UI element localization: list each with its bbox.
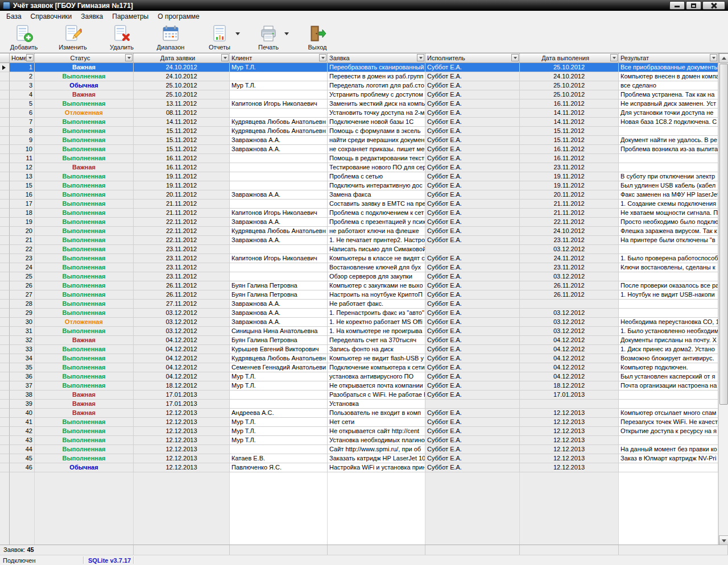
table-row[interactable]: 23Выполненная23.11.2012Капитонов Игорь Н…: [0, 254, 728, 263]
table-row[interactable]: 10Выполненная15.11.2012Завражнова А.А.не…: [0, 145, 728, 154]
table-row[interactable]: 40Важная12.12.2013Андреева А.С.Пользоват…: [0, 409, 728, 418]
filter-button-result[interactable]: [710, 54, 717, 61]
column-header-request-date[interactable]: Дата заявки: [134, 53, 230, 63]
filter-button-number[interactable]: [26, 54, 34, 61]
table-row[interactable]: 5Выполненная13.11.2012Капитонов Игорь Ни…: [0, 99, 728, 109]
scroll-up-button[interactable]: [719, 53, 728, 63]
table-row[interactable]: 15Выполненная19.11.2012Подключить интера…: [0, 181, 728, 190]
table-row[interactable]: 13Выполненная19.11.2012Проблема с сетьюС…: [0, 172, 728, 181]
menu-item-references[interactable]: Справочники: [26, 11, 77, 22]
cell-result: Проблема устранена. Так как на: [619, 90, 718, 99]
menu-item-parameters[interactable]: Параметры: [107, 11, 153, 22]
table-row[interactable]: 20Выполненная22.11.2012Кудрявцева Любовь…: [0, 227, 728, 236]
table-row[interactable]: 31Выполненная03.12.2012Синицына Нина Ана…: [0, 327, 728, 336]
table-row[interactable]: 39Важная17.01.2013Установка: [0, 400, 728, 409]
table-row[interactable]: 42Выполненная12.12.2013Мур Т.Л.Не открыв…: [0, 427, 728, 436]
cell-completion-date: 24.10.2012: [520, 72, 619, 81]
filter-button-status[interactable]: [125, 54, 133, 61]
cell-completion-date: 03.12.2012: [520, 327, 619, 336]
filter-button-executor[interactable]: [511, 54, 519, 61]
table-row[interactable]: 3Обычная25.10.2012Мур Т.Л.Переделать лог…: [0, 81, 728, 90]
filter-button-completion-date[interactable]: [610, 54, 618, 61]
column-header-number[interactable]: Номер: [10, 53, 35, 63]
column-header-executor[interactable]: Исполнитель: [425, 53, 520, 63]
table-row[interactable]: 7Выполненная14.11.2012Кудрявцева Любовь …: [0, 118, 728, 127]
cell-result: Для установки точки доступа не: [619, 109, 718, 118]
table-row[interactable]: 4Важная25.10.2012Устранить проблему с до…: [0, 90, 728, 99]
toolbar-reports-button[interactable]: Отчеты: [199, 23, 240, 51]
table-row[interactable]: 43Выполненная12.12.2013Мур Т.Л.Установка…: [0, 436, 728, 445]
table-row[interactable]: 26Выполненная26.11.2012Буян Галина Петро…: [0, 281, 728, 290]
toolbar-exit-button[interactable]: Выход: [297, 23, 338, 51]
table-row[interactable]: 44Выполненная12.12.2013Сайт http://www.s…: [0, 445, 728, 454]
scroll-thumb[interactable]: [719, 64, 728, 405]
table-row[interactable]: 46Обычная12.12.2013Павлюченко Я.С.Настро…: [0, 463, 728, 472]
table-row[interactable]: 16Выполненная20.11.2012Завражнова А.А.За…: [0, 190, 728, 200]
toolbar-delete-button[interactable]: Удалить: [101, 23, 142, 51]
menu-item-db[interactable]: База: [2, 11, 26, 22]
table-row[interactable]: 30Отложенная03.12.2012Завражнова А.А.1. …: [0, 318, 728, 327]
row-selector: [0, 327, 10, 336]
table-row[interactable]: 36Выполненная04.12.2012Мур Т.Л.установка…: [0, 372, 728, 381]
toolbar-print-button[interactable]: Печать: [248, 23, 289, 51]
table-row[interactable]: 18Выполненная21.11.2012Капитонов Игорь Н…: [0, 209, 728, 218]
column-header-client[interactable]: Клиент: [230, 53, 328, 63]
table-row[interactable]: 27Выполненная26.11.2012Буян Галина Петро…: [0, 290, 728, 300]
column-header-completion-date[interactable]: Дата выполения: [520, 53, 619, 63]
table-row[interactable]: 22Выполненная23.11.2012Написать письмо д…: [0, 245, 728, 254]
toolbar-print-dropdown-arrow[interactable]: [284, 32, 289, 35]
table-row[interactable]: 9Выполненная15.11.2012Завражнова А.А.най…: [0, 136, 728, 145]
cell-executor: Суббот Е.А.: [425, 172, 520, 181]
table-row[interactable]: 11Выполненная16.11.2012Помощь в редактир…: [0, 154, 728, 163]
cell-completion-date: 03.12.2012: [520, 272, 619, 281]
cell-request: Установить точку доступа на 2-м: [328, 109, 425, 118]
table-row[interactable]: 25Выполненная23.11.2012Обзор серверов дл…: [0, 272, 728, 281]
cell-status: Выполненная: [35, 290, 134, 300]
maximize-button[interactable]: [686, 1, 701, 10]
cell-completion-date: 03.12.2012: [520, 318, 619, 327]
row-selector: [0, 254, 10, 263]
cell-request: Проблема с сетью: [328, 172, 425, 181]
cell-number: 23: [10, 254, 35, 263]
table-row[interactable]: 12Важная16.11.2012Тестирование нового ПО…: [0, 163, 728, 172]
table-row[interactable]: 2Выполненная24.10.2012Перевести в домен …: [0, 72, 728, 81]
filter-button-request[interactable]: [417, 54, 424, 61]
vertical-scrollbar[interactable]: [718, 53, 728, 545]
filter-button-request-date[interactable]: [221, 54, 229, 61]
table-row[interactable]: 24Выполненная23.11.2012Востановление клю…: [0, 263, 728, 272]
table-row[interactable]: 38Важная17.01.2013Разобраться с WiFi. Не…: [0, 390, 728, 400]
scroll-down-button[interactable]: [719, 535, 728, 545]
cell-completion-date: 16.11.2012: [520, 99, 619, 109]
table-row[interactable]: 45Выполненная12.12.2013Катаев Е.В.Заказа…: [0, 454, 728, 463]
table-row[interactable]: 29Выполненная03.12.2012Завражнова А.А.1.…: [0, 309, 728, 318]
table-row[interactable]: 17Выполненная21.11.2012Составить заявку …: [0, 200, 728, 209]
column-header-result[interactable]: Результат: [619, 53, 718, 63]
menu-item-request[interactable]: Заявка: [76, 11, 107, 22]
row-selector: [0, 81, 10, 90]
table-row[interactable]: 6Отложенная08.11.2012Установить точку до…: [0, 109, 728, 118]
table-row[interactable]: 1Важная24.10.2012Мур Т.Л.Переобразовать …: [0, 63, 728, 72]
table-row[interactable]: 34Выполненная04.12.2012Кудрявцева Любовь…: [0, 354, 728, 363]
table-row[interactable]: 41Выполненная12.12.2013Мур Т.Л.Нет сетиС…: [0, 418, 728, 427]
table-row[interactable]: 37Выполненная18.12.2012Мур Т.Л.Не открыв…: [0, 381, 728, 390]
table-row[interactable]: 33Выполненная04.12.2012Курышев Евгений В…: [0, 345, 728, 354]
filter-button-client[interactable]: [319, 54, 326, 61]
column-header-request[interactable]: Заявка: [328, 53, 425, 63]
table-row[interactable]: 28Выполненная27.11.2012Завражнова А.А.Не…: [0, 300, 728, 309]
minimize-button[interactable]: [669, 1, 685, 10]
table-row[interactable]: 35Выполненная04.12.2012Семенчев Геннадий…: [0, 363, 728, 372]
toolbar-edit-button[interactable]: Изменить: [52, 23, 93, 51]
toolbar-add-button[interactable]: Добавить: [3, 23, 44, 51]
toolbar-range-button[interactable]: Диапазон: [150, 23, 191, 51]
table-row[interactable]: 21Выполненная22.11.2012Завражнова А.А.1.…: [0, 236, 728, 245]
cell-number: 20: [10, 227, 35, 236]
row-selector: [0, 400, 10, 409]
menu-item-about[interactable]: О программе: [153, 11, 204, 22]
table-row[interactable]: 32Важная04.12.2012Буян Галина ПетровнаПе…: [0, 336, 728, 345]
footer-cell: [425, 545, 520, 555]
close-button[interactable]: [702, 1, 725, 10]
column-header-status[interactable]: Статус: [35, 53, 134, 63]
table-row[interactable]: 8Выполненная15.11.2012Кудрявцева Любовь …: [0, 127, 728, 136]
toolbar-reports-dropdown-arrow[interactable]: [235, 32, 240, 35]
table-row[interactable]: 19Выполненная22.11.2012Завражнова А.А.Пр…: [0, 218, 728, 227]
